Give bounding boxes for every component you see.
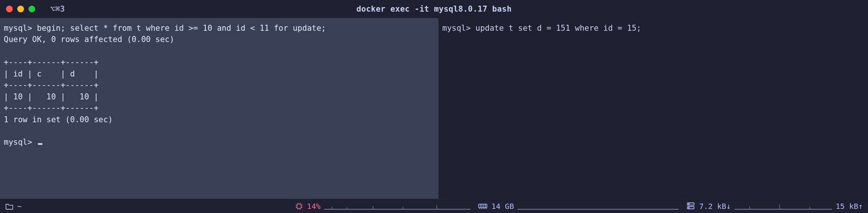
network-section: 7.2 kB↓ 15 kB↑ xyxy=(686,202,863,211)
terminal-line: +----+------+------+ xyxy=(4,104,99,112)
network-icon xyxy=(686,202,695,210)
memory-value: 14 GB xyxy=(491,202,514,211)
maximize-icon[interactable] xyxy=(28,6,35,12)
folder-icon xyxy=(5,203,13,210)
terminal-line: | id | c | d | xyxy=(4,69,99,78)
cpu-section: 14% xyxy=(295,202,470,211)
terminal-line: mysql> update t set d = 151 where id = 1… xyxy=(442,24,641,33)
close-icon[interactable] xyxy=(6,6,13,12)
terminal-line: | 10 | 10 | 10 | xyxy=(4,92,99,101)
titlebar: ⌥⌘3 docker exec -it mysql8.0.17 bash xyxy=(0,0,868,18)
memory-section: 14 GB xyxy=(478,202,679,211)
terminal-line: +----+------+------+ xyxy=(4,58,99,67)
status-path: ~ xyxy=(17,202,22,211)
status-path-section: ~ xyxy=(5,202,22,211)
svg-rect-0 xyxy=(297,204,301,208)
panes-container: mysql> begin; select * from t where id >… xyxy=(0,18,868,199)
terminal-line: +----+------+------+ xyxy=(4,81,99,90)
cpu-icon xyxy=(295,202,303,210)
traffic-lights xyxy=(6,6,35,12)
memory-graph xyxy=(518,203,679,210)
statusbar: ~ 14% xyxy=(0,199,868,213)
terminal-line: 1 row in set (0.00 sec) xyxy=(4,115,113,124)
minimize-icon[interactable] xyxy=(17,6,24,12)
mysql-prompt: mysql> xyxy=(4,138,37,147)
svg-point-22 xyxy=(688,207,689,208)
cursor-icon xyxy=(38,143,42,145)
svg-point-21 xyxy=(688,204,689,204)
memory-icon xyxy=(478,203,488,210)
tab-shortcut-label: ⌥⌘3 xyxy=(50,4,65,14)
cpu-percent: 14% xyxy=(307,202,320,211)
window-title: docker exec -it mysql8.0.17 bash xyxy=(356,4,512,14)
left-terminal-pane[interactable]: mysql> begin; select * from t where id >… xyxy=(0,18,438,199)
right-terminal-pane[interactable]: mysql> update t set d = 151 where id = 1… xyxy=(438,18,868,199)
cpu-graph xyxy=(324,203,470,210)
net-down: 7.2 kB↓ xyxy=(699,202,730,211)
network-graph xyxy=(735,203,832,210)
terminal-line: Query OK, 0 rows affected (0.00 sec) xyxy=(4,35,174,44)
terminal-line: mysql> begin; select * from t where id >… xyxy=(4,24,326,33)
net-up: 15 kB↑ xyxy=(836,202,863,211)
